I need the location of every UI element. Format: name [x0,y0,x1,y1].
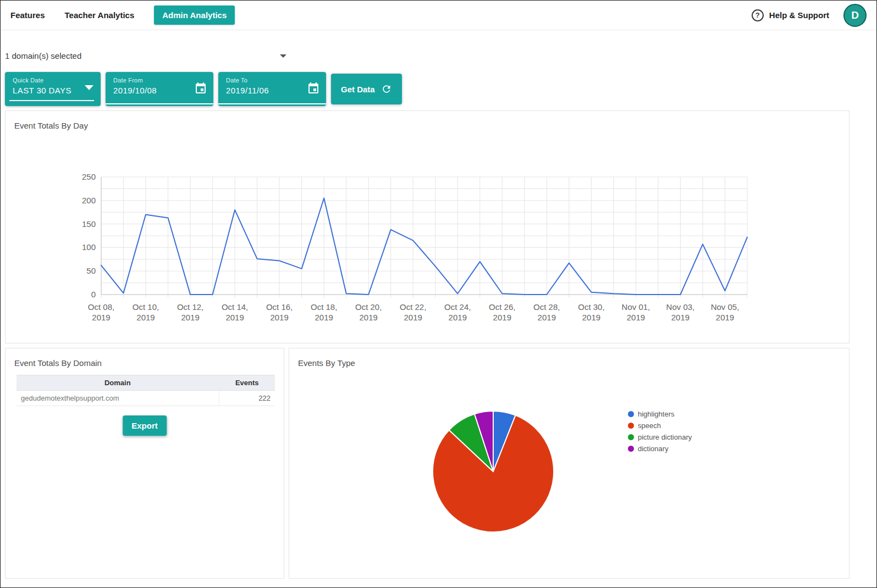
svg-text:2019: 2019 [225,313,244,322]
svg-text:Nov 01,: Nov 01, [622,302,650,312]
svg-text:Oct 22,: Oct 22, [400,302,426,312]
get-data-label: Get Data [341,85,375,94]
legend-dot [628,411,634,417]
svg-text:2019: 2019 [92,313,110,322]
date-to-value: 2019/11/06 [226,86,318,95]
avatar[interactable]: D [843,4,867,27]
svg-text:Oct 10,: Oct 10, [133,302,159,312]
events-cell: 222 [219,391,275,406]
svg-text:200: 200 [82,196,96,205]
svg-text:Nov 05,: Nov 05, [711,302,740,312]
svg-text:Oct 20,: Oct 20, [355,302,382,312]
legend-item[interactable]: dictionary [628,445,692,453]
filter-row: Quick Date LAST 30 DAYS Date From 2019/1… [5,72,402,106]
table-row: gedudemotexthelpsupport.com 222 [16,391,275,406]
domain-select-value: 1 domain(s) selected [5,51,81,60]
svg-text:2019: 2019 [136,313,155,322]
legend-label: picture dictionary [638,433,692,441]
legend-label: highlighters [638,410,675,418]
date-from-button[interactable]: Date From 2019/10/08 [106,72,213,106]
quick-date-button[interactable]: Quick Date LAST 30 DAYS [5,72,101,106]
svg-text:Oct 18,: Oct 18, [311,302,337,312]
svg-text:2019: 2019 [360,313,378,322]
svg-text:2019: 2019 [582,313,600,322]
domain-cell: gedudemotexthelpsupport.com [16,391,219,406]
quick-date-label: Quick Date [13,77,93,84]
domain-select[interactable]: 1 domain(s) selected [5,51,286,60]
date-to-label: Date To [226,77,318,84]
refresh-icon [381,84,392,95]
svg-text:Oct 28,: Oct 28, [533,302,560,312]
get-data-button[interactable]: Get Data [331,74,402,104]
svg-text:2019: 2019 [716,313,734,322]
date-to-button[interactable]: Date To 2019/11/06 [218,72,326,106]
svg-text:150: 150 [82,219,96,229]
svg-text:Oct 12,: Oct 12, [177,302,203,312]
legend-label: speech [638,421,661,430]
svg-text:2019: 2019 [671,313,690,322]
column-header-domain: Domain [16,375,219,391]
svg-text:Oct 26,: Oct 26, [489,302,515,312]
legend-dot [628,434,634,440]
svg-text:2019: 2019 [493,313,511,322]
chevron-down-icon [280,54,286,58]
svg-text:50: 50 [86,266,96,275]
date-from-value: 2019/10/08 [113,86,206,95]
nav-item-teacher-analytics[interactable]: Teacher Analytics [65,10,135,20]
calendar-icon [307,82,320,97]
svg-text:2019: 2019 [270,313,288,322]
legend-dot [628,446,634,452]
events-by-domain-panel: Event Totals By Domain Domain Events ged… [5,348,284,579]
input-underline [218,103,326,104]
svg-text:2019: 2019 [449,313,467,322]
events-by-day-panel: Event Totals By Day 050100150200250Oct 0… [5,110,850,343]
svg-text:2019: 2019 [315,313,333,322]
events-by-day-chart: 050100150200250Oct 08,2019Oct 10,2019Oct… [66,169,756,333]
events-by-domain-title: Event Totals By Domain [14,358,102,368]
events-by-type-panel: Events By Type highlightersspeechpicture… [289,348,850,579]
svg-text:Oct 14,: Oct 14, [222,302,248,312]
chevron-down-icon [85,85,93,90]
legend-item[interactable]: speech [628,421,692,430]
svg-text:2019: 2019 [627,313,645,322]
svg-text:250: 250 [82,172,96,181]
legend-label: dictionary [638,445,669,453]
legend-dot [628,423,634,429]
help-support-link[interactable]: ? Help & Support [752,9,829,21]
top-nav: Features Teacher Analytics Admin Analyti… [1,1,876,30]
table-header-row: Domain Events [16,375,275,391]
nav-item-features[interactable]: Features [10,10,45,20]
date-from-label: Date From [113,77,206,84]
input-underline [9,100,94,101]
svg-text:2019: 2019 [538,313,556,322]
events-by-day-title: Event Totals By Day [14,121,88,130]
svg-text:Nov 03,: Nov 03, [666,302,695,312]
events-by-type-legend: highlightersspeechpicture dictionarydict… [628,410,692,453]
events-by-domain-table: Domain Events gedudemotexthelpsupport.co… [16,375,275,406]
events-by-type-title: Events By Type [298,358,355,368]
input-underline [106,103,213,104]
svg-text:2019: 2019 [404,313,422,322]
admin-analytics-page: Features Teacher Analytics Admin Analyti… [0,0,877,588]
calendar-icon [194,82,207,97]
svg-text:Oct 30,: Oct 30, [578,302,604,312]
svg-text:Oct 24,: Oct 24, [444,302,471,312]
svg-text:Oct 16,: Oct 16, [266,302,293,312]
svg-text:Oct 08,: Oct 08, [88,302,114,312]
svg-text:2019: 2019 [181,313,199,322]
nav-tab-admin-analytics[interactable]: Admin Analytics [154,5,235,25]
legend-item[interactable]: highlighters [628,410,692,418]
quick-date-value: LAST 30 DAYS [13,86,93,95]
legend-item[interactable]: picture dictionary [628,433,692,441]
column-header-events: Events [219,375,275,391]
help-icon: ? [752,9,764,21]
topbar-right: ? Help & Support D [752,4,867,27]
svg-text:100: 100 [82,242,96,252]
help-support-label: Help & Support [769,10,829,20]
svg-text:0: 0 [91,290,96,299]
export-button[interactable]: Export [123,415,167,436]
events-by-type-chart [429,408,557,535]
